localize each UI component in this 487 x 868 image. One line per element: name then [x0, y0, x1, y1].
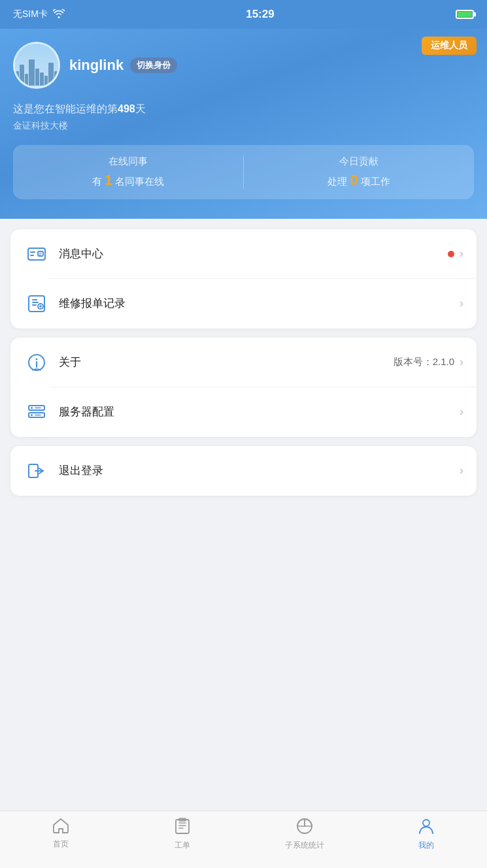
stats-card: 在线同事 有 1 名同事在线 今日贡献 处理 0 项工作 — [13, 145, 474, 199]
tab-bar: 首页 工单 子系统统计 我的 — [0, 811, 487, 868]
tab-workorder-label: 工单 — [175, 840, 190, 851]
about-meta: 版本号：2.1.0 › — [394, 355, 463, 369]
status-time: 15:29 — [246, 8, 274, 21]
chevron-icon: › — [460, 247, 463, 261]
message-meta: › — [448, 247, 463, 261]
online-colleagues-value: 有 1 名同事在线 — [13, 172, 243, 189]
svg-point-9 — [31, 414, 33, 416]
role-badge: 运维人员 — [422, 37, 477, 55]
chart-icon — [296, 818, 313, 837]
server-config-label: 服务器配置 — [59, 404, 460, 419]
location-label: 金证科技大楼 — [13, 120, 474, 132]
tab-workorder[interactable]: 工单 — [122, 818, 243, 851]
about-item[interactable]: 关于 版本号：2.1.0 › — [10, 338, 477, 387]
chevron-icon: › — [460, 405, 463, 419]
person-icon — [418, 818, 434, 837]
info-icon — [24, 349, 50, 376]
chevron-icon: › — [460, 355, 463, 369]
day-message: 这是您在智能运维的第498天 — [13, 101, 474, 118]
profile-info: kinglink 切换身份 — [69, 57, 474, 74]
status-bar: 无SIM卡 15:29 — [0, 0, 487, 29]
menu-group-1: 消息中心 › 维修报单记录 › — [10, 229, 477, 329]
svg-point-5 — [36, 358, 38, 360]
status-right — [456, 10, 474, 19]
profile-name: kinglink 切换身份 — [69, 57, 474, 74]
switch-identity-button[interactable]: 切换身份 — [130, 57, 177, 73]
logout-meta: › — [460, 464, 463, 477]
profile-row: kinglink 切换身份 — [13, 42, 474, 89]
stat-today-contribution: 今日贡献 处理 0 项工作 — [244, 155, 474, 189]
tab-home-label: 首页 — [53, 839, 69, 850]
today-contribution-value: 处理 0 项工作 — [244, 172, 474, 189]
server-icon — [24, 399, 50, 425]
logout-item[interactable]: 退出登录 › — [10, 446, 477, 496]
stat-online-colleagues: 在线同事 有 1 名同事在线 — [13, 155, 244, 189]
tab-subsystem-label: 子系统统计 — [285, 840, 324, 851]
logout-icon — [24, 458, 50, 484]
profile-header: 运维人员 kinglink 切换身份 这是您在智能运维的第498天 金证科 — [0, 29, 487, 219]
about-label: 关于 — [59, 355, 394, 370]
svg-point-8 — [31, 407, 33, 409]
home-icon — [52, 818, 69, 836]
today-contribution-label: 今日贡献 — [244, 155, 474, 168]
repair-records-label: 维修报单记录 — [59, 296, 460, 311]
carrier-label: 无SIM卡 — [13, 8, 48, 20]
menu-group-3: 退出登录 › — [10, 446, 477, 496]
server-meta: › — [460, 405, 463, 419]
svg-rect-11 — [176, 820, 189, 833]
version-label: 版本号：2.1.0 — [394, 356, 454, 368]
repair-records-item[interactable]: 维修报单记录 › — [10, 279, 477, 329]
username-label: kinglink — [69, 57, 124, 74]
menu-group-2: 关于 版本号：2.1.0 › 服务器配置 › — [10, 338, 477, 437]
status-left: 无SIM卡 — [13, 8, 65, 20]
tab-subsystem[interactable]: 子系统统计 — [244, 818, 365, 851]
repair-icon — [24, 291, 50, 317]
main-content: 消息中心 › 维修报单记录 › — [0, 219, 487, 570]
notification-dot — [448, 251, 454, 257]
chevron-icon: › — [460, 464, 463, 477]
tab-mine-label: 我的 — [418, 840, 434, 851]
chevron-icon: › — [460, 297, 463, 310]
svg-rect-0 — [28, 248, 45, 260]
message-center-item[interactable]: 消息中心 › — [10, 229, 477, 279]
tab-mine[interactable]: 我的 — [365, 818, 487, 851]
battery-icon — [456, 10, 474, 19]
repair-meta: › — [460, 297, 463, 310]
online-colleagues-label: 在线同事 — [13, 155, 243, 168]
wifi-icon — [53, 9, 65, 20]
svg-point-14 — [423, 820, 429, 826]
tab-home[interactable]: 首页 — [0, 818, 122, 850]
message-center-label: 消息中心 — [59, 246, 448, 261]
avatar — [13, 42, 60, 89]
message-icon — [24, 241, 50, 267]
workorder-icon — [175, 818, 190, 837]
logout-label: 退出登录 — [59, 463, 460, 478]
server-config-item[interactable]: 服务器配置 › — [10, 387, 477, 437]
